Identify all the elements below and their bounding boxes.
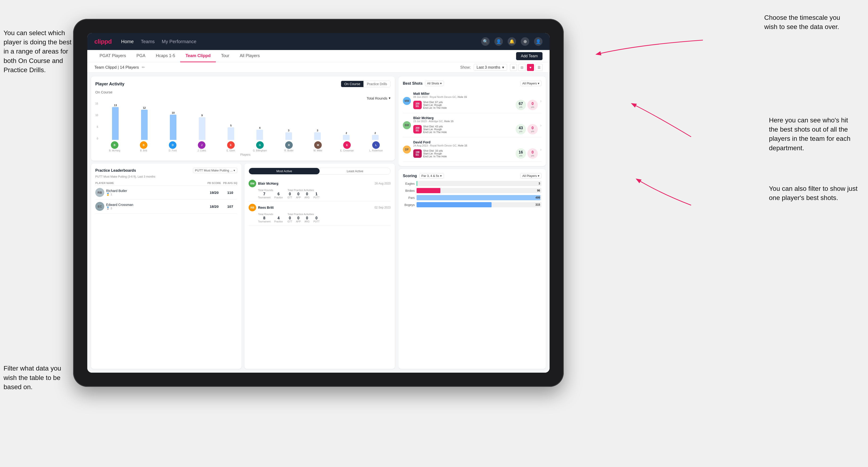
player-chart-avatar-2[interactable]: D <box>169 141 177 149</box>
sub-nav-all-players[interactable]: All Players <box>235 50 265 62</box>
shot-badge-2: 200SG <box>413 125 422 133</box>
chart-main: 1312109543322 BB. McHargBB. BrittDD. For… <box>100 102 391 156</box>
shot-dist-1: 67 yds <box>516 100 526 110</box>
annotation-top-right: Choose the timescale you wish to see the… <box>764 13 854 31</box>
player-chart-avatar-9[interactable]: L <box>372 141 380 149</box>
scoring-eagles-row: Eagles 3 <box>403 181 541 186</box>
list-view-icon[interactable]: ☰ <box>535 64 542 71</box>
player-chart-avatar-5[interactable]: G <box>256 141 264 149</box>
shot-avatar-1: MM <box>403 97 411 105</box>
bell-icon[interactable]: 🔔 <box>507 37 516 46</box>
player-row: RB Richard Butler 🥇 1 19/20 110 <box>95 186 237 199</box>
annotation-right-1: Here you can see who's hit the best shot… <box>769 116 859 153</box>
shot-dist-3: 16 yds <box>516 148 526 159</box>
sub-nav-pgat[interactable]: PGAT Players <box>94 50 131 62</box>
team-header: Team Clippd | 14 Players ✏ Show: Last 3 … <box>87 62 550 73</box>
sub-nav-team-clippd[interactable]: Team Clippd <box>180 50 216 62</box>
nav-link-home[interactable]: Home <box>121 39 134 44</box>
people-icon[interactable]: 👤 <box>494 37 503 46</box>
chevron-down-icon: ▾ <box>538 82 539 85</box>
grid-4-view-icon[interactable]: ⊞ <box>510 64 517 71</box>
all-shots-filter[interactable]: All Shots ▾ <box>425 81 444 86</box>
avatar-row: BB. McHargBB. BrittDD. FordJJ. ColesEE. … <box>100 141 391 152</box>
chevron-down-icon: ▾ <box>440 174 442 178</box>
shot-info-1: Matt Miller 09 Jun 2023 · Royal North De… <box>413 92 538 110</box>
bar-group-6: 3 <box>274 102 303 140</box>
sub-nav: PGAT Players PGA Hcaps 1-5 Team Clippd T… <box>87 50 550 62</box>
show-value: Last 3 months <box>477 65 500 69</box>
player-activity-card: Player Activity On Course Practice Drill… <box>91 76 395 161</box>
bar-group-4: 5 <box>217 102 245 140</box>
leaderboard-title: Practice Leaderboards <box>95 168 136 173</box>
act-stats-1: Total Rounds 7 Tournament 6 Pr <box>249 189 391 199</box>
nav-link-performance[interactable]: My Performance <box>162 39 196 44</box>
player-chart-avatar-8[interactable]: E <box>343 141 351 149</box>
player-chart-avatar-6[interactable]: R <box>285 141 293 149</box>
scoring-card: Scoring Par 3, 4 & 5s ▾ All Players ▾ <box>399 169 546 369</box>
most-active-btn[interactable]: Most Active <box>249 168 319 174</box>
act-avatar-2: RB <box>249 204 256 211</box>
sub-nav-pga[interactable]: PGA <box>131 50 151 62</box>
shot-item-3: DF David Ford 24 Aug 2023 · Royal North … <box>403 137 541 162</box>
practice-leaderboards-card: Practice Leaderboards PUTT Must Make Put… <box>91 163 242 369</box>
left-panel: Player Activity On Course Practice Drill… <box>87 73 399 373</box>
add-team-button[interactable]: Add Team <box>516 52 542 60</box>
scoring-pars-row: Pars 499 <box>403 195 541 200</box>
player-chart-avatar-4[interactable]: E <box>227 141 235 149</box>
par-filter[interactable]: Par 3, 4 & 5s ▾ <box>420 173 444 179</box>
act-name-1: Blair McHarg <box>258 182 373 185</box>
act-name-2: Rees Britt <box>258 206 373 210</box>
chevron-down-icon[interactable]: ▾ <box>389 96 391 100</box>
bar-group-3: 9 <box>187 102 216 140</box>
bar-group-7: 3 <box>303 102 332 140</box>
act-date-1: 26 Aug 2023 <box>375 182 391 185</box>
all-players-filter[interactable]: All Players ▾ <box>520 81 541 86</box>
act-avatar-1: BM <box>249 180 256 187</box>
tablet-frame: clippd Home Teams My Performance 🔍 👤 🔔 ⊕… <box>73 19 564 387</box>
grid-2-view-icon[interactable]: ⊟ <box>519 64 526 71</box>
shot-chevron-2[interactable]: › <box>540 123 541 128</box>
edit-icon[interactable]: ✏ <box>142 65 145 69</box>
drill-subtitle: PUTT Must Make Putting (3-6 ft), Last 3 … <box>95 175 237 178</box>
y-axis-labels: 15 10 5 0 <box>95 102 98 140</box>
scoring-birdies-row: Birdies 96 <box>403 188 541 193</box>
user-avatar-icon[interactable]: 👤 <box>534 37 542 46</box>
scoring-players-filter[interactable]: All Players ▾ <box>520 173 541 179</box>
search-icon[interactable]: 🔍 <box>481 37 490 46</box>
course-toggle-group: On Course Practice Drills <box>341 81 391 87</box>
plus-circle-icon[interactable]: ⊕ <box>521 37 529 46</box>
chevron-down-icon: ▾ <box>234 168 235 172</box>
nav-link-teams[interactable]: Teams <box>141 39 155 44</box>
bar-group-2: 10 <box>159 102 187 140</box>
player-chart-avatar-7[interactable]: M <box>314 141 322 149</box>
players-x-label: Players <box>100 153 391 156</box>
shot-dist-2: 43 yds <box>516 124 526 134</box>
sub-nav-tour[interactable]: Tour <box>216 50 235 62</box>
player-chart-avatar-3[interactable]: J <box>198 141 206 149</box>
scoring-header: Scoring Par 3, 4 & 5s ▾ All Players ▾ <box>403 173 541 179</box>
nav-logo: clippd <box>94 38 112 45</box>
team-header-text: Team Clippd | 14 Players <box>94 65 139 70</box>
shot-chevron-1[interactable]: › <box>540 99 541 103</box>
view-icons: ⊞ ⊟ ♥ ☰ <box>510 64 542 71</box>
practice-drills-toggle[interactable]: Practice Drills <box>364 81 390 87</box>
best-shots-title: Best Shots <box>403 81 423 86</box>
right-panel: Best Shots All Shots ▾ All Players ▾ <box>399 73 550 373</box>
player-chart-avatar-0[interactable]: B <box>111 141 118 149</box>
player-chart-avatar-1[interactable]: B <box>140 141 148 149</box>
activity-player-2: RB Rees Britt 02 Sep 2023 Total Rounds 8 <box>249 201 391 225</box>
activity-player-1: BM Blair McHarg 26 Aug 2023 Total Rounds <box>249 177 391 201</box>
heart-view-icon[interactable]: ♥ <box>527 64 534 71</box>
shot-badge-1: 200SG <box>413 101 422 109</box>
drill-select[interactable]: PUTT Must Make Putting ... ▾ <box>193 168 237 173</box>
bar-group-0: 13 <box>101 102 130 140</box>
bar-group-5: 4 <box>245 102 274 140</box>
chart-wrapper: 15 10 5 0 1312109543322 BB. McHargBB. Br… <box>95 102 391 156</box>
sub-nav-hcaps[interactable]: Hcaps 1-5 <box>151 50 180 62</box>
on-course-toggle[interactable]: On Course <box>341 81 364 87</box>
shot-zero-1: 0 yds <box>527 100 538 110</box>
least-active-btn[interactable]: Least Active <box>319 168 390 174</box>
shot-chevron-3[interactable]: › <box>540 147 541 152</box>
shot-avatar-3: DF <box>403 146 411 154</box>
show-dropdown[interactable]: Last 3 months ▾ <box>474 64 507 71</box>
